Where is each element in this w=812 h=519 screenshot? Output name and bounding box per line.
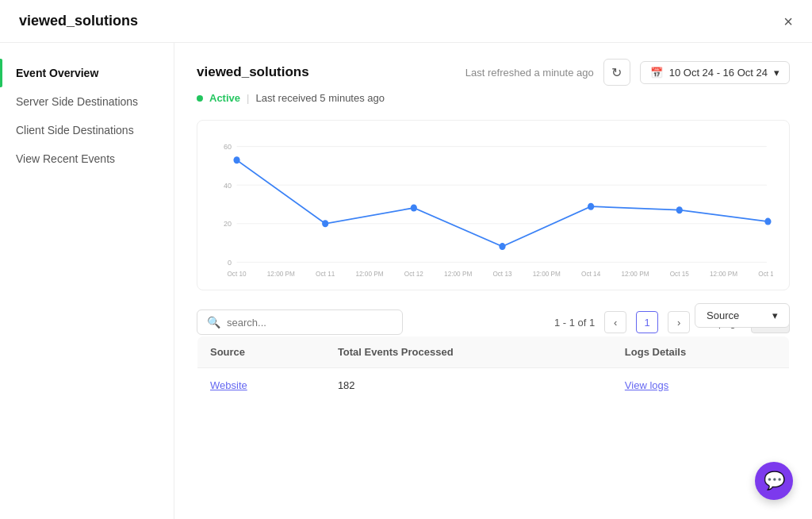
event-title: viewed_solutions [197, 64, 309, 80]
date-range-button[interactable]: 📅 10 Oct 24 - 16 Oct 24 ▾ [640, 61, 790, 84]
svg-text:20: 20 [224, 219, 232, 228]
status-label: Active [209, 92, 240, 104]
col-logs: Logs Details [612, 336, 790, 368]
search-box[interactable]: 🔍 [197, 309, 403, 335]
status-row: Active | Last received 5 minutes ago [197, 92, 790, 104]
title-bar: viewed_solutions × [0, 0, 812, 43]
table-header: Source Total Events Processed Logs Detai… [197, 336, 790, 368]
svg-text:12:00 PM: 12:00 PM [355, 270, 383, 278]
close-button[interactable]: × [783, 13, 793, 29]
chart-container: 60 40 20 0 [197, 120, 790, 290]
svg-text:Oct 14: Oct 14 [581, 270, 600, 278]
search-icon: 🔍 [207, 316, 220, 329]
svg-text:Oct 15: Oct 15 [670, 270, 689, 278]
chart-point-4 [588, 203, 594, 210]
last-received-text: Last received 5 minutes ago [255, 92, 385, 104]
sidebar: Event OverviewServer Side DestinationsCl… [0, 43, 174, 519]
svg-text:40: 40 [224, 180, 232, 189]
svg-text:Oct 13: Oct 13 [492, 270, 511, 278]
sidebar-item-server-side[interactable]: Server Side Destinations [0, 87, 174, 116]
svg-text:12:00 PM: 12:00 PM [444, 270, 472, 278]
sidebar-item-recent-events[interactable]: View Recent Events [0, 144, 174, 173]
chart-line [237, 160, 768, 247]
content-area: viewed_solutions Last refreshed a minute… [174, 43, 812, 519]
header-right: Last refreshed a minute ago ↻ 📅 10 Oct 2… [465, 59, 790, 86]
pagination-info: 1 - 1 of 1 [554, 317, 595, 329]
svg-text:12:00 PM: 12:00 PM [533, 270, 561, 278]
main-layout: Event OverviewServer Side DestinationsCl… [0, 43, 812, 519]
svg-text:12:00 PM: 12:00 PM [710, 270, 737, 278]
chart-point-2 [411, 205, 417, 212]
search-input[interactable] [227, 317, 393, 329]
chart-point-5 [676, 206, 683, 213]
source-chevron-icon: ▾ [772, 309, 778, 321]
table-body: Website182View logs [197, 368, 790, 403]
sidebar-item-client-side[interactable]: Client Side Destinations [0, 116, 174, 144]
chart-point-0 [233, 156, 239, 163]
app-container: viewed_solutions × Event OverviewServer … [0, 0, 812, 519]
current-page-button[interactable]: 1 [636, 311, 658, 333]
table-row: Website182View logs [197, 368, 790, 403]
date-range-label: 10 Oct 24 - 16 Oct 24 [669, 67, 768, 79]
source-label: Source [707, 309, 739, 321]
chevron-down-icon: ▾ [774, 67, 779, 79]
svg-text:12:00 PM: 12:00 PM [267, 270, 295, 278]
status-dot [197, 95, 203, 102]
source-dropdown[interactable]: Source ▾ [695, 303, 790, 328]
chart-svg: 60 40 20 0 [213, 136, 773, 279]
content-header: viewed_solutions Last refreshed a minute… [197, 59, 790, 86]
col-total-events: Total Events Processed [325, 336, 612, 368]
svg-text:Oct 12: Oct 12 [404, 270, 423, 278]
svg-text:Oct 10: Oct 10 [227, 270, 246, 278]
sidebar-item-event-overview[interactable]: Event Overview [0, 59, 174, 87]
status-separator: | [247, 92, 249, 104]
source-cell: Website [197, 368, 325, 403]
chat-bubble[interactable]: 💬 [755, 462, 793, 500]
chat-icon: 💬 [764, 471, 785, 491]
refresh-icon: ↻ [611, 65, 622, 80]
chart-point-3 [499, 243, 505, 250]
app-title: viewed_solutions [19, 13, 138, 29]
logs-cell: View logs [612, 368, 790, 403]
svg-text:Oct 11: Oct 11 [316, 270, 335, 278]
prev-page-button[interactable]: ‹ [604, 311, 626, 333]
next-page-button[interactable]: › [668, 311, 690, 333]
table-header-row: Source Total Events Processed Logs Detai… [197, 336, 790, 368]
svg-text:0: 0 [228, 258, 232, 267]
view-logs-link[interactable]: View logs [625, 379, 668, 391]
chart-point-1 [322, 220, 328, 227]
svg-text:60: 60 [224, 142, 232, 151]
svg-text:Oct 16: Oct 16 [758, 270, 773, 278]
total-events-cell: 182 [325, 368, 612, 403]
calendar-icon: 📅 [650, 67, 663, 79]
data-table: Source Total Events Processed Logs Detai… [197, 336, 790, 403]
chart-point-6 [764, 218, 771, 225]
source-link[interactable]: Website [210, 379, 247, 391]
refresh-button[interactable]: ↻ [603, 59, 630, 86]
col-source: Source [197, 336, 325, 368]
refresh-text: Last refreshed a minute ago [465, 67, 594, 79]
svg-text:12:00 PM: 12:00 PM [621, 270, 649, 278]
